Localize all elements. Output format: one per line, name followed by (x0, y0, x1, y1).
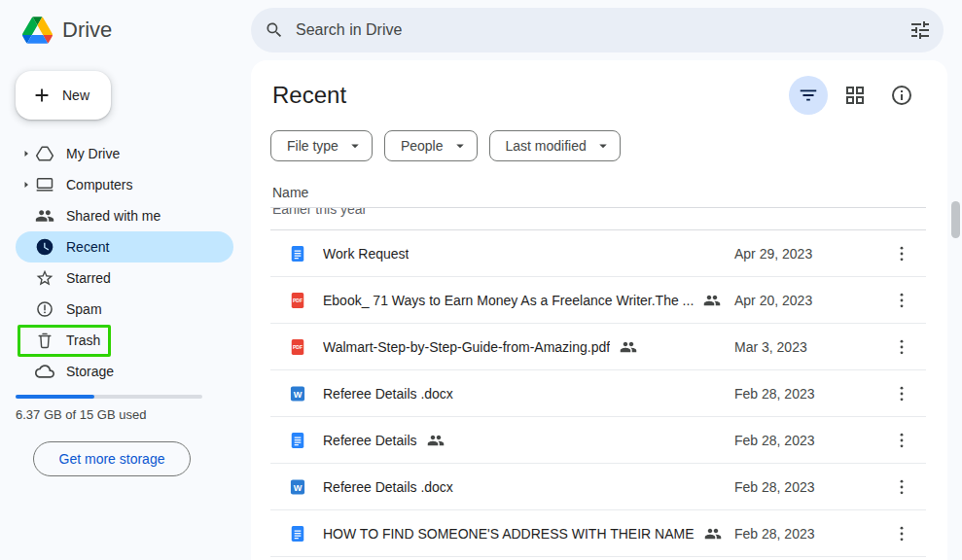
filter-chip-label: Last modified (506, 138, 587, 154)
get-more-storage-button[interactable]: Get more storage (33, 441, 191, 476)
sidebar-item-label: Trash (66, 332, 100, 348)
caret-down-icon (346, 137, 364, 155)
file-name: Ebook_ 71 Ways to Earn Money As a Freela… (323, 293, 694, 308)
new-button[interactable]: New (16, 71, 111, 120)
sidebar: New My DriveComputersShared with meRecen… (0, 60, 251, 560)
word-file-icon: W (288, 477, 307, 497)
file-name: Referee Details .docx (323, 386, 453, 402)
word-file-icon: W (288, 384, 307, 403)
caret-spacer (19, 271, 33, 285)
expand-arrow-icon[interactable] (19, 147, 33, 160)
page-title: Recent (272, 82, 346, 109)
sidebar-item-label: Computers (66, 177, 132, 192)
svg-text:PDF: PDF (293, 344, 303, 350)
filter-chip-last-modified[interactable]: Last modified (489, 130, 621, 161)
file-row[interactable]: Work RequestApr 29, 2023 (270, 230, 926, 277)
filter-chip-label: File type (287, 138, 338, 154)
file-table: Name Earlier this year Work RequestApr 2… (270, 185, 926, 557)
search-bar[interactable] (251, 8, 944, 52)
file-name: Walmart-Step-by-Step-Guide-from-Amazing.… (323, 339, 610, 355)
plus-icon (31, 85, 53, 106)
sidebar-item-starred[interactable]: Starred (16, 262, 233, 294)
file-name: Referee Details (323, 433, 417, 448)
caret-spacer (19, 240, 33, 254)
sidebar-item-recent[interactable]: Recent (16, 231, 233, 262)
more-options-icon[interactable] (890, 242, 913, 265)
more-options-icon[interactable] (890, 335, 913, 359)
drive-brand: Drive (22, 0, 112, 60)
sidebar-item-label: Storage (66, 364, 114, 379)
storage-progress-bar (16, 395, 202, 399)
shared-people-icon (620, 338, 637, 356)
file-rows: Work RequestApr 29, 2023PDFEbook_ 71 Way… (270, 230, 926, 557)
file-row[interactable]: WReferee Details .docxFeb 28, 2023 (270, 370, 926, 417)
grid-view-icon[interactable] (843, 84, 867, 107)
storage-icon (35, 362, 54, 381)
search-options-icon[interactable] (909, 18, 932, 42)
file-row[interactable]: WReferee Details .docxFeb 28, 2023 (270, 464, 926, 510)
caret-spacer (19, 209, 33, 223)
sidebar-item-my-drive[interactable]: My Drive (16, 138, 233, 169)
file-date: Apr 29, 2023 (734, 246, 812, 262)
my-drive-icon (35, 144, 54, 163)
shared-people-icon (703, 292, 721, 309)
svg-text:W: W (294, 389, 303, 399)
file-date: Feb 28, 2023 (734, 526, 815, 542)
file-name: HOW TO FIND SOMEONE'S ADDRESS WITH THEIR… (323, 526, 695, 542)
svg-text:W: W (294, 482, 303, 492)
filter-chip-people[interactable]: People (384, 130, 478, 161)
new-button-label: New (62, 88, 89, 103)
caret-down-icon (594, 137, 612, 155)
sidebar-item-spam[interactable]: Spam (16, 294, 233, 325)
shared-people-icon (704, 525, 722, 542)
file-date: Feb 28, 2023 (734, 479, 815, 495)
expand-arrow-icon[interactable] (19, 178, 33, 192)
shared-icon (35, 206, 54, 226)
more-options-icon[interactable] (890, 522, 913, 545)
sidebar-item-label: Starred (66, 270, 111, 286)
info-icon[interactable] (890, 84, 913, 107)
sidebar-item-label: My Drive (66, 146, 120, 161)
google-doc-icon (288, 524, 307, 543)
sidebar-nav: My DriveComputersShared with meRecentSta… (0, 138, 251, 387)
sidebar-item-trash[interactable]: Trash (16, 325, 233, 356)
section-label: Earlier this year (272, 208, 367, 217)
file-row[interactable]: PDFWalmart-Step-by-Step-Guide-from-Amazi… (270, 324, 926, 370)
file-row[interactable]: PDFEbook_ 71 Ways to Earn Money As a Fre… (270, 277, 926, 324)
filter-chip-file-type[interactable]: File type (270, 130, 373, 161)
pdf-file-icon: PDF (288, 291, 307, 310)
table-section-row: Earlier this year (270, 208, 926, 230)
starred-icon (35, 268, 54, 288)
storage-usage-text: 6.37 GB of 15 GB used (16, 407, 146, 422)
more-options-icon[interactable] (890, 429, 913, 452)
main-content-card: Recent File typePeopleLast modified Name… (251, 60, 947, 560)
more-options-icon[interactable] (890, 289, 913, 312)
google-doc-icon (288, 431, 307, 450)
storage-progress-fill (16, 395, 94, 399)
sidebar-item-storage[interactable]: Storage (16, 356, 233, 387)
spam-icon (35, 299, 54, 319)
filter-list-button[interactable] (789, 76, 828, 115)
drive-logo-icon (22, 17, 53, 44)
file-date: Feb 28, 2023 (734, 433, 815, 448)
file-date: Mar 3, 2023 (734, 339, 807, 355)
page-scrollbar-thumb[interactable] (951, 201, 960, 238)
more-options-icon[interactable] (890, 475, 913, 499)
file-row[interactable]: Referee DetailsFeb 28, 2023 (270, 417, 926, 464)
more-options-icon[interactable] (890, 382, 913, 405)
caret-spacer (19, 365, 33, 378)
trash-icon (35, 331, 54, 350)
svg-text:PDF: PDF (293, 298, 303, 303)
filter-chip-label: People (401, 138, 444, 154)
shared-people-icon (427, 432, 445, 449)
file-date: Apr 20, 2023 (734, 293, 812, 308)
topbar: Drive (0, 0, 962, 60)
caret-spacer (19, 302, 33, 316)
sidebar-item-computers[interactable]: Computers (16, 169, 233, 200)
file-row[interactable]: HOW TO FIND SOMEONE'S ADDRESS WITH THEIR… (270, 510, 926, 557)
computers-icon (35, 175, 54, 194)
sidebar-item-shared-with-me[interactable]: Shared with me (16, 200, 233, 231)
file-date: Feb 28, 2023 (734, 386, 815, 402)
search-input[interactable] (296, 21, 897, 39)
file-name: Work Request (323, 246, 409, 262)
